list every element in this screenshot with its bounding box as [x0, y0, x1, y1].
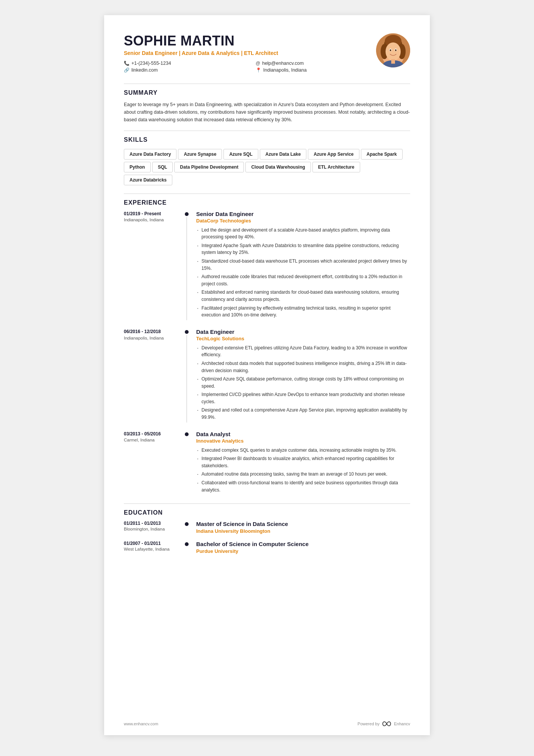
- exp-left-2: 03/2013 - 05/2016 Carmel, Indiana: [124, 431, 183, 495]
- header-section: SOPHIE MARTIN Senior Data Engineer | Azu…: [124, 33, 410, 73]
- experience-section: EXPERIENCE 01/2019 - Present Indianapoli…: [124, 199, 410, 495]
- edu-entry-1: 01/2007 - 01/2011 West Lafayette, Indian…: [124, 541, 410, 554]
- location-value: Indianapolis, Indiana: [263, 67, 307, 73]
- edu-institution-1: Purdue University: [196, 548, 410, 554]
- exp-bullet-1-3: Implemented CI/CD pipelines within Azure…: [196, 391, 410, 405]
- skills-row-1: Azure Data Factory Azure Synapse Azure S…: [124, 148, 410, 161]
- exp-dot-col-0: [183, 211, 191, 320]
- skills-divider: [124, 130, 410, 131]
- footer-brand: Enhancv: [394, 722, 410, 726]
- exp-left-0: 01/2019 - Present Indianapolis, Indiana: [124, 211, 183, 320]
- edu-date-0: 01/2011 - 01/2013: [124, 521, 179, 526]
- summary-section: SUMMARY Eager to leverage my 5+ years in…: [124, 89, 410, 124]
- exp-location-0: Indianapolis, Indiana: [124, 218, 179, 222]
- edu-date-1: 01/2007 - 01/2011: [124, 541, 179, 546]
- exp-right-1: Data Engineer TechLogic Solutions Develo…: [191, 329, 410, 423]
- exp-job-title-2: Data Analyst: [196, 431, 410, 437]
- exp-dot-col-2: [183, 431, 191, 495]
- svg-point-9: [390, 49, 391, 51]
- exp-bullet-0-0: Led the design and development of a scal…: [196, 227, 410, 241]
- exp-entry-2: 03/2013 - 05/2016 Carmel, Indiana Data A…: [124, 431, 410, 495]
- exp-bullet-2-0: Executed complex SQL queries to analyze …: [196, 447, 410, 454]
- skill-apache-spark: Apache Spark: [361, 149, 403, 160]
- resume-footer: www.enhancv.com Powered by Enhancv: [124, 721, 410, 727]
- exp-location-2: Carmel, Indiana: [124, 438, 179, 442]
- resume-page: SOPHIE MARTIN Senior Data Engineer | Azu…: [104, 15, 430, 735]
- skill-azure-data-factory: Azure Data Factory: [124, 149, 176, 160]
- experience-divider: [124, 193, 410, 194]
- avatar: [376, 33, 410, 67]
- exp-job-title-1: Data Engineer: [196, 329, 410, 335]
- exp-bullet-1-0: Developed extensive ETL pipelines utiliz…: [196, 344, 410, 358]
- svg-point-10: [395, 49, 397, 51]
- education-title: EDUCATION: [124, 509, 410, 516]
- edu-right-0: Master of Science in Data Science Indian…: [191, 521, 410, 534]
- edu-degree-1: Bachelor of Science in Computer Science: [196, 541, 410, 547]
- exp-entry-1: 06/2016 - 12/2018 Indianapolis, Indiana …: [124, 329, 410, 423]
- education-section: EDUCATION 01/2011 - 01/2013 Bloomington,…: [124, 509, 410, 554]
- edu-degree-0: Master of Science in Data Science: [196, 521, 410, 527]
- skill-azure-sql: Azure SQL: [223, 149, 258, 160]
- linkedin-contact: 🔗 linkedin.com: [124, 67, 244, 73]
- skills-section: SKILLS Azure Data Factory Azure Synapse …: [124, 136, 410, 186]
- skill-azure-synapse: Azure Synapse: [178, 149, 222, 160]
- exp-right-2: Data Analyst Innovative Analytics Execut…: [191, 431, 410, 495]
- skill-azure-data-lake: Azure Data Lake: [260, 149, 306, 160]
- skill-azure-app-service: Azure App Service: [308, 149, 359, 160]
- exp-bullet-0-5: Facilitated project planning by effectiv…: [196, 305, 410, 319]
- experience-title: EXPERIENCE: [124, 199, 410, 206]
- exp-bullet-2-2: Automated routine data processing tasks,…: [196, 471, 410, 478]
- exp-bullet-0-2: Standardized cloud-based data warehouse …: [196, 258, 410, 272]
- exp-bullets-2: Executed complex SQL queries to analyze …: [196, 447, 410, 494]
- linkedin-icon: 🔗: [124, 67, 130, 73]
- exp-right-0: Senior Data Engineer DataCorp Technologi…: [191, 211, 410, 320]
- exp-line-0: [186, 217, 187, 320]
- exp-left-1: 06/2016 - 12/2018 Indianapolis, Indiana: [124, 329, 183, 423]
- skill-python: Python: [124, 162, 151, 172]
- contact-grid: 📞 +1-(234)-555-1234 @ help@enhancv.com 🔗…: [124, 61, 376, 73]
- phone-contact: 📞 +1-(234)-555-1234: [124, 61, 244, 66]
- email-value: help@enhancv.com: [262, 61, 304, 66]
- education-divider: [124, 503, 410, 504]
- footer-logo: Powered by Enhancv: [358, 721, 410, 727]
- exp-bullet-2-3: Collaborated with cross-functional teams…: [196, 479, 410, 493]
- exp-date-0: 01/2019 - Present: [124, 211, 179, 217]
- location-icon: 📍: [256, 67, 261, 73]
- skill-sql: SQL: [152, 162, 173, 172]
- edu-entry-0: 01/2011 - 01/2013 Bloomington, Indiana M…: [124, 521, 410, 534]
- exp-bullet-0-1: Integrated Apache Spark with Azure Datab…: [196, 242, 410, 256]
- exp-entry-0: 01/2019 - Present Indianapolis, Indiana …: [124, 211, 410, 320]
- exp-dot-col-1: [183, 329, 191, 423]
- skill-etl-architecture: ETL Architecture: [312, 162, 360, 172]
- candidate-headline: Senior Data Engineer | Azure Data & Anal…: [124, 50, 376, 56]
- skill-data-pipeline: Data Pipeline Development: [174, 162, 244, 172]
- edu-location-0: Bloomington, Indiana: [124, 527, 179, 531]
- edu-left-1: 01/2007 - 01/2011 West Lafayette, Indian…: [124, 541, 183, 554]
- exp-bullet-0-4: Established and enforced naming standard…: [196, 289, 410, 303]
- exp-bullet-1-4: Designed and rolled out a comprehensive …: [196, 407, 410, 421]
- footer-website: www.enhancv.com: [124, 722, 158, 726]
- edu-right-1: Bachelor of Science in Computer Science …: [191, 541, 410, 554]
- footer-powered-by: Powered by: [358, 722, 379, 726]
- candidate-name: SOPHIE MARTIN: [124, 33, 376, 49]
- edu-dot-1: [185, 542, 189, 546]
- edu-dot-0: [185, 522, 189, 526]
- summary-text: Eager to leverage my 5+ years in Data En…: [124, 101, 410, 124]
- exp-dot-2: [185, 432, 189, 436]
- header-left: SOPHIE MARTIN Senior Data Engineer | Azu…: [124, 33, 376, 73]
- phone-value: +1-(234)-555-1234: [131, 61, 171, 66]
- phone-icon: 📞: [124, 61, 130, 66]
- exp-bullets-0: Led the design and development of a scal…: [196, 227, 410, 319]
- svg-rect-12: [391, 59, 395, 64]
- summary-title: SUMMARY: [124, 89, 410, 96]
- exp-bullet-1-2: Optimized Azure SQL database performance…: [196, 376, 410, 390]
- exp-job-title-0: Senior Data Engineer: [196, 211, 410, 217]
- exp-company-0: DataCorp Technologies: [196, 218, 410, 224]
- exp-dot-1: [185, 330, 189, 334]
- svg-point-6: [386, 42, 401, 61]
- exp-company-2: Innovative Analytics: [196, 438, 410, 444]
- exp-dot-0: [185, 212, 189, 216]
- edu-institution-0: Indiana University Bloomington: [196, 528, 410, 534]
- email-icon: @: [256, 61, 260, 66]
- skills-row-2: Python SQL Data Pipeline Development Clo…: [124, 161, 410, 186]
